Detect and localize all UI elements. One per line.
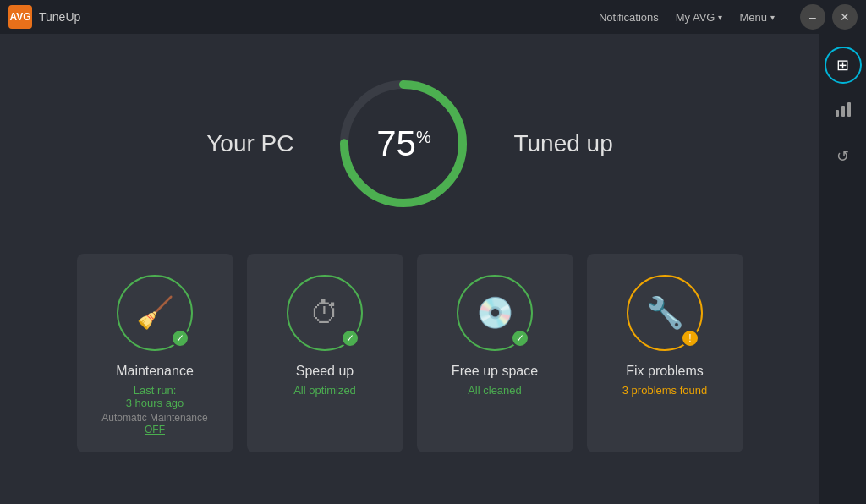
speedup-check-badge: ✓ xyxy=(341,329,359,348)
gauge-section: Your PC 75% Tuned up xyxy=(51,68,769,220)
gauge-container: 75% xyxy=(327,68,480,220)
svg-rect-3 xyxy=(841,106,845,117)
main-content: Your PC 75% Tuned up 🧹 ✓ xyxy=(0,34,866,504)
freespace-check-badge: ✓ xyxy=(511,329,529,348)
maintenance-check-badge: ✓ xyxy=(171,329,189,348)
svg-rect-4 xyxy=(847,102,851,117)
close-button[interactable]: ✕ xyxy=(832,4,858,30)
speedup-status: All optimized xyxy=(293,384,356,397)
fixproblems-card[interactable]: 🔧 ! Fix problems 3 problems found xyxy=(587,254,743,452)
maintenance-sub: Automatic Maintenance OFF xyxy=(94,412,216,436)
title-bar-right: Notifications My AVG ▾ Menu ▾ – ✕ xyxy=(599,4,858,30)
grid-view-button[interactable]: ⊞ xyxy=(825,47,862,84)
minimize-button[interactable]: – xyxy=(800,4,825,30)
broom-icon: 🧹 xyxy=(136,295,174,331)
reset-button[interactable]: ↺ xyxy=(825,138,862,175)
maintenance-card[interactable]: 🧹 ✓ Maintenance Last run: 3 hours ago Au… xyxy=(77,254,233,452)
maintenance-status: Last run: xyxy=(134,384,177,397)
maintenance-icon-circle: 🧹 ✓ xyxy=(117,275,193,351)
gauge-left-label: Your PC xyxy=(206,130,293,157)
gauge-percent: 75% xyxy=(376,123,431,163)
window-controls: – ✕ xyxy=(800,4,858,30)
maintenance-time: 3 hours ago xyxy=(126,397,184,409)
maintenance-toggle[interactable]: OFF xyxy=(145,424,165,436)
chart-icon xyxy=(834,100,852,123)
freespace-title: Free up space xyxy=(452,364,538,379)
fixproblems-title: Fix problems xyxy=(626,364,704,379)
fixproblems-warn-badge: ! xyxy=(681,329,699,348)
disk-icon: 💿 xyxy=(476,295,514,331)
fixproblems-status: 3 problems found xyxy=(622,384,707,397)
avg-logo: AVG xyxy=(8,5,32,29)
myavg-chevron-icon: ▾ xyxy=(718,13,722,22)
speedup-card[interactable]: ⏱ ✓ Speed up All optimized xyxy=(247,254,403,452)
wrench-icon: 🔧 xyxy=(646,295,684,331)
chart-view-button[interactable] xyxy=(825,92,862,129)
title-bar-left: AVG TuneUp xyxy=(8,5,80,29)
reset-icon: ↺ xyxy=(836,147,849,166)
menu-chevron-icon: ▾ xyxy=(770,13,775,22)
speedup-title: Speed up xyxy=(296,364,354,379)
center-content: Your PC 75% Tuned up 🧹 ✓ xyxy=(0,34,819,504)
gauge-icon: ⏱ xyxy=(310,295,340,331)
menu-nav[interactable]: Menu ▾ xyxy=(739,11,775,24)
freespace-icon-circle: 💿 ✓ xyxy=(457,275,533,351)
gauge-right-label: Tuned up xyxy=(513,130,612,157)
fixproblems-icon-circle: 🔧 ! xyxy=(627,275,703,351)
cards-section: 🧹 ✓ Maintenance Last run: 3 hours ago Au… xyxy=(51,254,769,452)
app-title: TuneUp xyxy=(39,10,80,24)
grid-icon: ⊞ xyxy=(836,56,849,74)
notifications-nav[interactable]: Notifications xyxy=(599,11,659,24)
title-bar: AVG TuneUp Notifications My AVG ▾ Menu ▾… xyxy=(0,0,866,34)
speedup-icon-circle: ⏱ ✓ xyxy=(287,275,363,351)
maintenance-title: Maintenance xyxy=(116,364,194,379)
svg-rect-2 xyxy=(836,110,839,117)
gauge-text: 75% xyxy=(376,126,431,162)
myavg-nav[interactable]: My AVG ▾ xyxy=(676,11,723,24)
freespace-status: All cleaned xyxy=(468,384,522,397)
freespace-card[interactable]: 💿 ✓ Free up space All cleaned xyxy=(417,254,573,452)
side-panel: ⊞ ↺ xyxy=(819,34,866,504)
